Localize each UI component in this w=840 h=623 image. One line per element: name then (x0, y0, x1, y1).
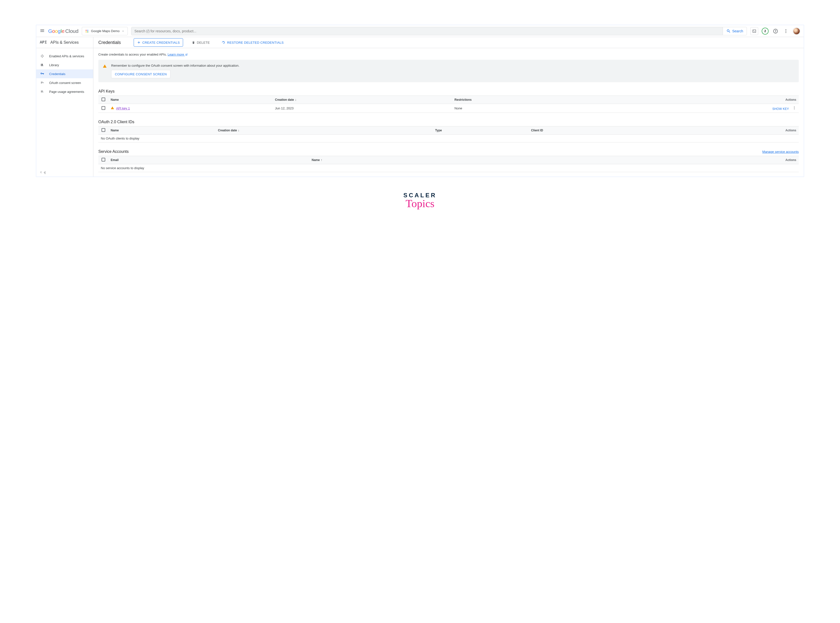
row-checkbox[interactable] (102, 106, 105, 110)
col-restrictions[interactable]: Restrictions (452, 96, 603, 104)
library-icon (40, 63, 45, 67)
manage-service-accounts-link[interactable]: Manage service accounts (762, 150, 799, 153)
key-icon (40, 72, 45, 76)
project-name: Google Maps Demo (91, 29, 120, 33)
top-bar: GoogleCloud Google Maps Demo Search 2 (36, 25, 804, 37)
col-name[interactable]: Name (108, 96, 272, 104)
chevron-down-icon (122, 30, 125, 32)
search-button[interactable]: Search (723, 27, 747, 35)
empty-row: No OAuth clients to display (98, 135, 799, 143)
more-button[interactable] (782, 28, 789, 35)
api-key-restrictions: None (452, 104, 603, 113)
kebab-icon (792, 106, 796, 110)
col-date[interactable]: Creation date↓ (272, 96, 452, 104)
sidebar-item-credentials[interactable]: Credentials (36, 69, 93, 78)
project-picker[interactable]: Google Maps Demo (82, 27, 128, 35)
main-content: Credentials CREATE CREDENTIALS DELETE RE… (93, 37, 804, 176)
col-name[interactable]: Name (108, 126, 215, 135)
select-all-checkbox[interactable] (102, 128, 105, 132)
search-input[interactable] (131, 27, 723, 35)
restore-button[interactable]: RESTORE DELETED CREDENTIALS (218, 38, 286, 47)
svg-point-1 (88, 30, 88, 31)
trash-icon (191, 40, 195, 44)
sidebar-item-oauth-consent[interactable]: OAuth consent screen (36, 78, 93, 87)
service-accounts-title: Service Accounts (98, 149, 129, 154)
col-actions: Actions (551, 156, 799, 164)
col-date[interactable]: Creation date↓ (215, 126, 432, 135)
watermark: SCALER Topics (36, 192, 804, 210)
col-type[interactable]: Type (432, 126, 528, 135)
external-link-icon (185, 53, 188, 56)
col-actions: Actions (668, 126, 799, 135)
table-row: API key 1 Jun 12, 2023 None SHOW KEY (98, 104, 799, 113)
api-key-date: Jun 12, 2023 (272, 104, 452, 113)
terminal-icon (752, 29, 757, 33)
api-key-link[interactable]: API key 1 (116, 106, 130, 110)
sidebar-item-library[interactable]: Library (36, 60, 93, 69)
svg-text:‹|: ‹| (40, 171, 42, 173)
notifications-badge[interactable]: 2 (762, 28, 769, 35)
col-name[interactable]: Name↑ (309, 156, 551, 164)
sidebar-item-label: Library (49, 63, 59, 67)
api-keys-title: API Keys (98, 89, 799, 94)
svg-point-10 (794, 109, 795, 109)
create-credentials-button[interactable]: CREATE CREDENTIALS (134, 38, 183, 47)
api-icon: API (40, 40, 47, 45)
google-cloud-logo[interactable]: GoogleCloud (48, 28, 78, 34)
page-title: Credentials (98, 40, 121, 45)
sidebar: API APIs & Services Enabled APIs & servi… (36, 37, 93, 176)
undo-icon (221, 40, 226, 45)
warning-icon (111, 106, 114, 110)
consent-icon (40, 81, 45, 85)
service-accounts-table: Email Name↑ Actions No service accounts … (98, 156, 799, 172)
svg-point-9 (794, 107, 795, 108)
select-all-checkbox[interactable] (102, 98, 105, 101)
show-key-button[interactable]: SHOW KEY (772, 107, 789, 110)
delete-button[interactable]: DELETE (189, 38, 213, 47)
sidebar-item-page-usage[interactable]: Page usage agreements (36, 87, 93, 96)
row-menu-button[interactable] (790, 107, 796, 110)
col-actions: Actions (602, 96, 799, 104)
svg-point-5 (785, 31, 786, 31)
cloud-shell-button[interactable] (750, 27, 758, 35)
search-icon (726, 29, 731, 33)
intro-text: Create credentials to access your enable… (98, 52, 799, 56)
arrow-down-icon: ↓ (238, 129, 239, 132)
svg-point-3 (88, 31, 88, 32)
warning-icon (103, 64, 107, 69)
consent-notice: Remember to configure the OAuth consent … (98, 60, 799, 82)
sidebar-item-label: OAuth consent screen (49, 81, 81, 85)
learn-more-link[interactable]: Learn more (168, 52, 188, 56)
svg-point-4 (785, 29, 786, 30)
search-box: Search (131, 27, 747, 35)
col-client[interactable]: Client ID (529, 126, 669, 135)
plus-icon (137, 40, 141, 44)
avatar[interactable] (793, 28, 800, 35)
sidebar-header: API APIs & Services (36, 37, 93, 48)
help-icon (773, 28, 778, 34)
chevron-left-icon: ‹| (40, 170, 44, 174)
api-keys-table: Name Creation date↓ Restrictions Actions… (98, 95, 799, 113)
help-button[interactable] (772, 28, 779, 35)
arrow-up-icon: ↑ (321, 158, 322, 162)
svg-point-0 (86, 30, 87, 31)
sidebar-item-label: Page usage agreements (49, 90, 84, 94)
agreement-icon (40, 90, 45, 94)
collapse-sidebar-button[interactable]: ‹| ‹| (36, 168, 93, 176)
svg-point-8 (794, 106, 795, 107)
col-email[interactable]: Email (108, 156, 309, 164)
select-all-checkbox[interactable] (102, 158, 105, 161)
cloud-console: GoogleCloud Google Maps Demo Search 2 (36, 25, 804, 177)
svg-point-6 (785, 32, 786, 33)
configure-consent-button[interactable]: CONFIGURE CONSENT SCREEN (111, 70, 171, 78)
arrow-down-icon: ↓ (295, 98, 297, 101)
sidebar-item-label: Credentials (49, 72, 65, 76)
diamond-icon (40, 54, 45, 58)
kebab-icon (783, 29, 788, 34)
sidebar-item-enabled-apis[interactable]: Enabled APIs & services (36, 52, 93, 60)
oauth-title: OAuth 2.0 Client IDs (98, 120, 799, 124)
menu-icon[interactable] (40, 28, 45, 34)
sidebar-item-label: Enabled APIs & services (49, 54, 84, 58)
svg-point-2 (86, 31, 87, 32)
oauth-table: Name Creation date↓ Type Client ID Actio… (98, 126, 799, 143)
